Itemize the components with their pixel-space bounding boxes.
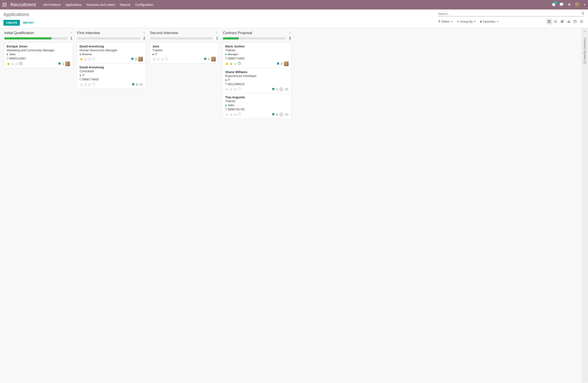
svg-rect-6: [582, 20, 583, 21]
view-calendar[interactable]: [572, 19, 578, 24]
notification-badge: 9: [554, 1, 558, 4]
card-footer: 1: [152, 57, 216, 62]
view-activity[interactable]: [579, 19, 585, 24]
search-icon[interactable]: [581, 12, 585, 16]
book-icon[interactable]: [272, 88, 275, 91]
book-icon[interactable]: [58, 62, 61, 66]
priority-stars[interactable]: [225, 112, 241, 117]
column-title[interactable]: Second Interview: [150, 31, 178, 35]
nav-right: 9: [552, 2, 586, 7]
quick-create-icon[interactable]: +: [289, 31, 291, 35]
column-progress: 2: [77, 36, 145, 41]
assignee-avatar[interactable]: [284, 62, 289, 66]
view-pivot[interactable]: [559, 19, 565, 24]
card-footer: 0: [80, 82, 143, 87]
collapsed-column[interactable]: ↤ Contract Signed (2): [582, 28, 588, 383]
create-button[interactable]: CREATE: [3, 20, 20, 26]
clock-icon[interactable]: 9: [552, 2, 556, 7]
priority-stars[interactable]: [152, 57, 168, 61]
progress-bar[interactable]: [4, 37, 67, 40]
kanban-card[interactable]: David Armstrong Consultant IT 9988774455…: [77, 63, 146, 89]
card-footer: 1: [7, 62, 70, 66]
kanban-column: Second Interview + 1 Jose Trainee IT: [148, 30, 220, 383]
activity-clock-icon[interactable]: [165, 57, 168, 61]
column-header: Initial Qualification +: [4, 30, 73, 36]
progress-bar[interactable]: [223, 37, 286, 40]
control-panel: Applications CREATE IMPORT Filters Group…: [0, 9, 588, 26]
favorites-button[interactable]: Favorites: [480, 20, 499, 23]
app-brand: Recruitment: [10, 2, 36, 8]
quick-create-icon[interactable]: +: [216, 31, 218, 35]
priority-stars[interactable]: [225, 87, 241, 91]
activity-clock-icon[interactable]: [92, 82, 95, 87]
progress-bar[interactable]: [150, 37, 213, 40]
column-title[interactable]: Initial Qualification: [4, 31, 34, 35]
column-header: Contract Proposal +: [222, 30, 292, 36]
assignee-avatar[interactable]: [279, 87, 283, 91]
priority-stars[interactable]: [225, 62, 241, 66]
messaging-icon[interactable]: [560, 2, 564, 7]
kanban-card[interactable]: Jose Trainee IT 1: [149, 42, 219, 63]
attachment-count: 1: [208, 57, 210, 61]
card-right: 1: [58, 62, 70, 66]
kanban-card[interactable]: Enrique Jones Marketing and Community Ma…: [4, 42, 73, 68]
view-list[interactable]: [553, 19, 559, 24]
card-job-role: Trainee: [225, 99, 289, 103]
navbar: Recruitment Job Positions Applications R…: [0, 0, 588, 9]
nav-link-applications[interactable]: Applications: [65, 3, 82, 6]
search-input[interactable]: [438, 12, 581, 16]
kanban-card[interactable]: Tina Augustie Trainee Sales 9898745745 0: [222, 93, 292, 119]
quick-create-icon[interactable]: +: [70, 31, 72, 35]
assignee-avatar[interactable]: [138, 57, 143, 62]
book-icon[interactable]: [132, 83, 135, 87]
mobile-icon: [7, 57, 8, 60]
view-kanban[interactable]: [546, 19, 552, 24]
nav-link-job-positions[interactable]: Job Positions: [43, 3, 61, 6]
priority-stars[interactable]: [80, 82, 95, 87]
apps-icon[interactable]: [2, 3, 6, 7]
assignee-avatar[interactable]: [65, 62, 70, 66]
user-avatar[interactable]: [575, 2, 580, 7]
progress-bar[interactable]: [77, 37, 140, 40]
tag-dot: [225, 105, 227, 106]
group-by-button[interactable]: Group By: [457, 20, 476, 23]
priority-stars[interactable]: [7, 62, 23, 66]
camera-icon: [139, 83, 143, 87]
card-job-role: Trainee: [152, 48, 216, 52]
quick-create-icon[interactable]: +: [143, 31, 145, 35]
card-applicant-name: Shane Williams: [225, 70, 289, 74]
nav-link-reports[interactable]: Reports: [120, 3, 130, 6]
kanban-card[interactable]: Marie Justine Trainee Manager 9988774455…: [222, 42, 292, 68]
nav-link-configuration[interactable]: Configuration: [135, 3, 153, 6]
attachment-count: 0: [136, 83, 138, 86]
close-icon[interactable]: [567, 2, 571, 7]
card-footer: 1: [225, 87, 289, 91]
column-title[interactable]: First Interview: [77, 31, 100, 35]
assignee-avatar[interactable]: [279, 112, 283, 117]
attachment-count: 0: [276, 113, 278, 116]
funnel-icon: [438, 20, 441, 23]
book-icon[interactable]: [131, 57, 134, 61]
activity-clock-icon[interactable]: [19, 62, 23, 66]
activity-clock-icon[interactable]: [237, 62, 241, 66]
user-menu-caret[interactable]: [584, 4, 586, 5]
tag-dot: [225, 54, 227, 55]
assignee-avatar[interactable]: [211, 57, 216, 62]
book-icon[interactable]: [276, 62, 280, 66]
activity-clock-icon[interactable]: [237, 112, 241, 117]
filters-button[interactable]: Filters: [438, 20, 453, 23]
card-job-role: Consultant: [80, 69, 143, 73]
kanban-card[interactable]: Shane Williams Experienced Developer IT …: [222, 68, 292, 93]
import-button[interactable]: IMPORT: [21, 20, 36, 26]
book-icon[interactable]: [204, 57, 207, 61]
tag-dot: [152, 54, 154, 55]
priority-stars[interactable]: [80, 57, 95, 61]
activity-clock-icon[interactable]: [237, 87, 241, 91]
nav-link-resumes[interactable]: Resumes and Letters: [86, 3, 115, 6]
card-job-role: Human Resources Manager: [80, 48, 143, 52]
book-icon[interactable]: [272, 113, 275, 116]
column-title[interactable]: Contract Proposal: [223, 31, 252, 35]
activity-clock-icon[interactable]: [92, 57, 95, 61]
kanban-card[interactable]: David Armstrong Human Resources Manager …: [77, 42, 146, 63]
view-graph[interactable]: [566, 19, 572, 24]
